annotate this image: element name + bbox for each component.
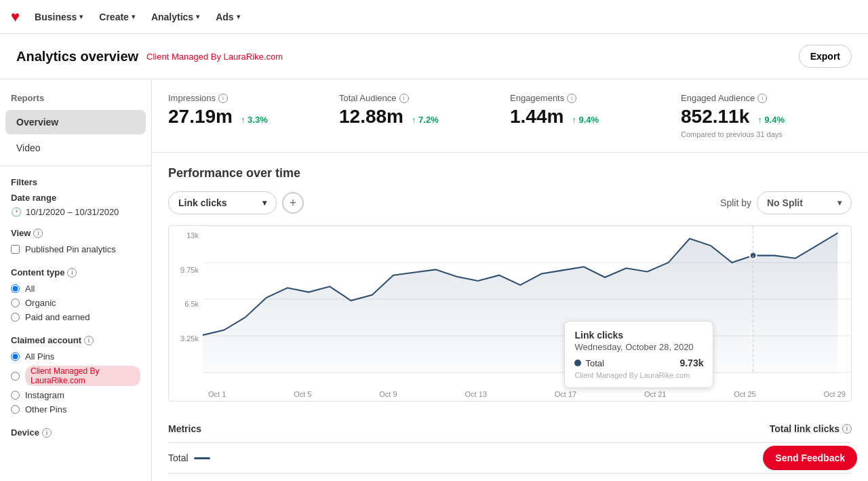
chart-area bbox=[203, 233, 837, 374]
split-dropdown[interactable]: No Split ▾ bbox=[757, 191, 852, 214]
content-type-label: Content type i bbox=[11, 267, 140, 277]
content-type-all[interactable]: All bbox=[11, 282, 140, 296]
metrics-total-link-clicks: Total link clicks i bbox=[770, 423, 852, 434]
stat-engaged-label: Engaged Audience i bbox=[681, 93, 835, 103]
view-group: View i Published Pin analytics bbox=[11, 228, 140, 256]
x-label-oct5: Oct 5 bbox=[294, 390, 311, 398]
line-chart-svg bbox=[203, 226, 851, 374]
x-label-oct29: Oct 29 bbox=[824, 390, 846, 398]
clock-icon: 🕐 bbox=[11, 207, 22, 217]
metrics-row-total: Total 280,230 bbox=[168, 443, 852, 474]
main-layout: Reports Overview Video Filters Date rang… bbox=[0, 79, 868, 481]
tooltip-row: Total 9.73k bbox=[574, 358, 703, 368]
nav-business-label: Business bbox=[35, 12, 77, 22]
content-type-paid-label: Paid and earned bbox=[25, 312, 90, 322]
managed-by-label: Client Managed By LauraRike.com bbox=[146, 52, 283, 62]
published-pin-analytics-input[interactable] bbox=[11, 245, 20, 254]
y-label-325k: 3.25k bbox=[180, 334, 199, 343]
chevron-down-icon: ▾ bbox=[196, 13, 199, 20]
published-pin-analytics-label: Published Pin analytics bbox=[25, 244, 116, 254]
stat-engaged-audience: Engaged Audience i 852.11k ↑ 9.4% Compar… bbox=[681, 93, 852, 138]
claimed-other-pins[interactable]: Other Pins bbox=[11, 402, 140, 417]
stats-row: Impressions i 27.19m ↑ 3.3% Total Audien… bbox=[152, 79, 868, 153]
claimed-account-group: Claimed account i All Pins Client Manage… bbox=[11, 335, 140, 417]
sidebar-item-overview[interactable]: Overview bbox=[5, 110, 146, 134]
y-label-13k: 13k bbox=[186, 231, 199, 239]
x-label-oct21: Oct 21 bbox=[644, 390, 666, 398]
view-info-icon[interactable]: i bbox=[33, 229, 43, 238]
filters-section: Filters Date range 🕐 10/1/2020 – 10/31/2… bbox=[0, 172, 151, 451]
audience-value: 12.88m bbox=[339, 106, 403, 128]
content-type-info-icon[interactable]: i bbox=[67, 268, 77, 277]
stat-impressions: Impressions i 27.19m ↑ 3.3% bbox=[168, 93, 339, 138]
header-left: Analytics overview Client Managed By Lau… bbox=[16, 49, 283, 64]
x-label-oct25: Oct 25 bbox=[734, 390, 755, 398]
metric-dropdown[interactable]: Link clicks ▾ bbox=[168, 191, 277, 214]
impressions-info-icon[interactable]: i bbox=[218, 94, 228, 103]
date-range-input[interactable]: 🕐 10/1/2020 – 10/31/2020 bbox=[11, 207, 140, 217]
reports-section-title: Reports bbox=[0, 88, 151, 109]
total-link-clicks-info-icon[interactable]: i bbox=[842, 424, 852, 434]
claimed-account-info-icon[interactable]: i bbox=[84, 336, 94, 345]
metrics-row-total-label: Total bbox=[168, 453, 210, 463]
claimed-account-label: Claimed account i bbox=[11, 335, 140, 345]
engagements-value: 1.44m bbox=[510, 106, 564, 128]
sidebar: Reports Overview Video Filters Date rang… bbox=[0, 79, 152, 481]
claimed-laurarike[interactable]: Client Managed By LauraRike.com bbox=[11, 364, 140, 388]
x-label-oct17: Oct 17 bbox=[555, 390, 576, 398]
top-nav: ♥ Business ▾ Create ▾ Analytics ▾ Ads ▾ bbox=[0, 0, 868, 34]
stat-engagements: Engagements i 1.44m ↑ 9.4% bbox=[510, 93, 681, 138]
arrow-up-icon: ↑ bbox=[572, 115, 576, 125]
chart-title: Performance over time bbox=[168, 166, 852, 180]
nav-analytics[interactable]: Analytics ▾ bbox=[144, 7, 206, 26]
nav-business[interactable]: Business ▾ bbox=[28, 7, 90, 26]
device-info-icon[interactable]: i bbox=[42, 428, 52, 438]
engagements-info-icon[interactable]: i bbox=[567, 94, 576, 103]
metrics-label: Metrics bbox=[168, 423, 201, 434]
impressions-change: ↑ 3.3% bbox=[241, 115, 268, 125]
chart-controls: Link clicks ▾ + Split by No Split ▾ bbox=[168, 191, 852, 214]
y-label-65k: 6.5k bbox=[184, 300, 199, 308]
audience-change: ↑ 7.2% bbox=[412, 115, 439, 125]
claimed-laurarike-tag: Client Managed By LauraRike.com bbox=[25, 366, 140, 386]
date-range-group: Date range 🕐 10/1/2020 – 10/31/2020 bbox=[11, 193, 140, 217]
engaged-value: 852.11k bbox=[681, 106, 749, 128]
engagements-change: ↑ 9.4% bbox=[572, 115, 599, 125]
page-header: Analytics overview Client Managed By Lau… bbox=[0, 34, 868, 79]
export-button[interactable]: Export bbox=[799, 45, 852, 68]
tooltip-dot bbox=[574, 360, 581, 366]
stat-total-audience: Total Audience i 12.88m ↑ 7.2% bbox=[339, 93, 510, 138]
pinterest-logo: ♥ bbox=[11, 8, 20, 26]
engaged-info-icon[interactable]: i bbox=[757, 94, 767, 103]
x-label-oct13: Oct 13 bbox=[465, 390, 486, 398]
content-type-paid-earned[interactable]: Paid and earned bbox=[11, 310, 140, 324]
date-range-label: Date range bbox=[11, 193, 140, 203]
claimed-instagram[interactable]: Instagram bbox=[11, 388, 140, 402]
tooltip-total-label: Total bbox=[585, 358, 604, 368]
claimed-instagram-label: Instagram bbox=[25, 390, 64, 400]
add-metric-button[interactable]: + bbox=[282, 192, 304, 214]
claimed-all-pins[interactable]: All Pins bbox=[11, 349, 140, 364]
tooltip-sub: Client Managed By LauraRike.com bbox=[574, 371, 703, 379]
chevron-down-icon: ▾ bbox=[837, 198, 842, 208]
published-pin-analytics-checkbox[interactable]: Published Pin analytics bbox=[11, 242, 140, 256]
engaged-change: ↑ 9.4% bbox=[757, 115, 785, 125]
filters-title: Filters bbox=[11, 177, 140, 187]
send-feedback-button[interactable]: Send Feedback bbox=[763, 446, 857, 470]
nav-ads[interactable]: Ads ▾ bbox=[209, 7, 246, 26]
nav-create[interactable]: Create ▾ bbox=[92, 7, 142, 26]
tooltip-title: Link clicks bbox=[574, 330, 703, 341]
audience-info-icon[interactable]: i bbox=[399, 94, 409, 103]
nav-ads-label: Ads bbox=[216, 12, 233, 22]
content-type-group: Content type i All Organic Paid and earn… bbox=[11, 267, 140, 324]
x-label-oct1: Oct 1 bbox=[208, 390, 226, 398]
metrics-header: Metrics Total link clicks i bbox=[168, 415, 852, 443]
chevron-down-icon: ▾ bbox=[262, 198, 267, 208]
chart-svg-wrapper bbox=[203, 226, 851, 374]
arrow-up-icon: ↑ bbox=[241, 115, 245, 125]
sidebar-item-video[interactable]: Video bbox=[5, 136, 146, 160]
device-group: Device i bbox=[11, 427, 140, 438]
content-type-organic[interactable]: Organic bbox=[11, 296, 140, 310]
total-link-clicks-label: Total link clicks bbox=[770, 423, 840, 434]
metrics-line-indicator bbox=[194, 457, 210, 459]
